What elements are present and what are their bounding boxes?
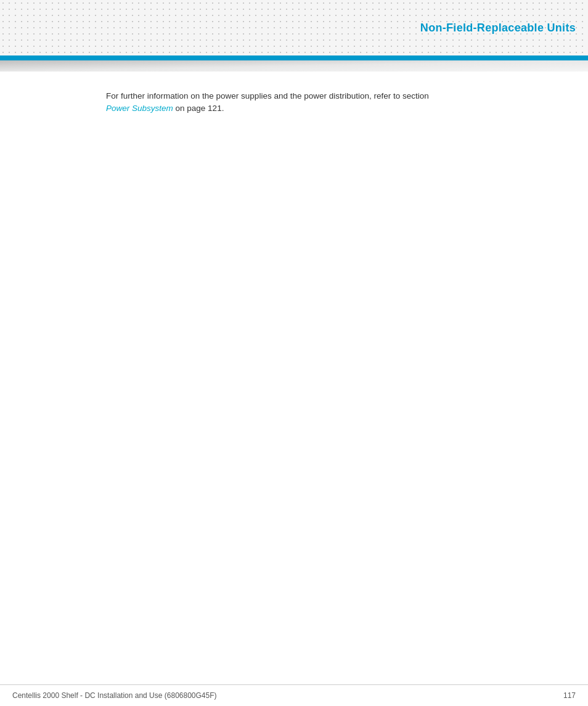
footer-page-number: 117 bbox=[563, 691, 576, 700]
link-middle-text: on page bbox=[173, 104, 208, 113]
main-content: For further information on the power sup… bbox=[0, 72, 588, 663]
page-title: Non-Field-Replaceable Units bbox=[420, 22, 576, 35]
link-page-number: 121 bbox=[208, 104, 222, 113]
footer: Centellis 2000 Shelf - DC Installation a… bbox=[0, 684, 588, 706]
content-paragraph: For further information on the power sup… bbox=[106, 90, 482, 115]
header-title-bar: Non-Field-Replaceable Units bbox=[0, 0, 588, 55]
blue-accent-bar bbox=[0, 55, 588, 60]
power-subsystem-link[interactable]: Power Subsystem bbox=[106, 104, 173, 113]
paragraph-before-link: For further information on the power sup… bbox=[106, 91, 429, 101]
paragraph-end: . bbox=[222, 104, 224, 113]
header-area: Non-Field-Replaceable Units bbox=[0, 0, 588, 55]
gray-gradient-bar bbox=[0, 60, 588, 72]
footer-document-title: Centellis 2000 Shelf - DC Installation a… bbox=[12, 691, 217, 700]
